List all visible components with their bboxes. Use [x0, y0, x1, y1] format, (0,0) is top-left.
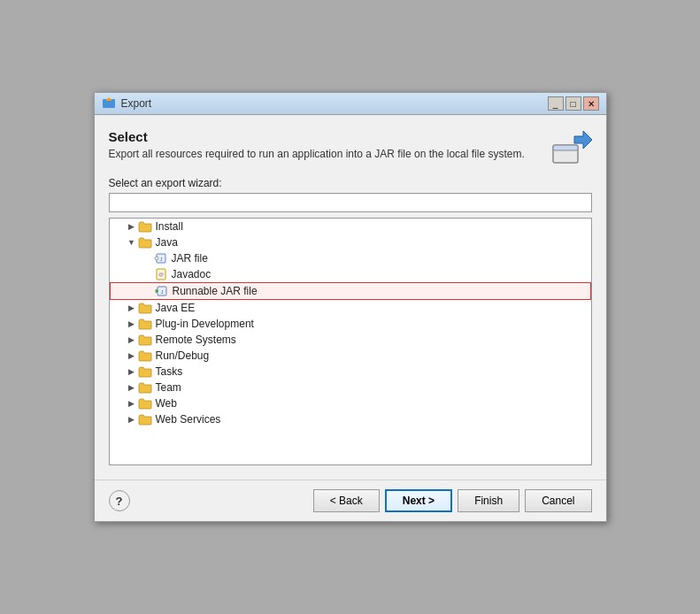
folder-icon-remote-systems — [138, 334, 152, 346]
tree-item-team[interactable]: ▶ Team — [110, 380, 591, 395]
label-tasks: Tasks — [156, 365, 183, 378]
maximize-button[interactable]: □ — [565, 96, 581, 111]
arrow-java: ▼ — [126, 236, 138, 249]
label-run-debug: Run/Debug — [156, 349, 210, 362]
tree-item-jar-file[interactable]: J JAR file — [110, 250, 591, 266]
label-web-services: Web Services — [156, 413, 221, 426]
tree-item-plugin-dev[interactable]: ▶ Plug-in Development — [110, 316, 591, 332]
arrow-run-debug: ▶ — [126, 349, 138, 362]
finish-button[interactable]: Finish — [458, 489, 519, 512]
svg-text:@: @ — [158, 272, 163, 277]
label-web: Web — [156, 397, 177, 410]
tree-item-run-debug[interactable]: ▶ Run/Debug — [110, 348, 591, 364]
tree-item-tasks[interactable]: ▶ Tasks — [110, 364, 591, 380]
label-remote-systems: Remote Systems — [156, 334, 236, 346]
svg-text:J: J — [159, 257, 162, 262]
runnable-jar-icon: J — [155, 285, 169, 297]
arrow-javadoc — [142, 268, 154, 280]
dialog-icon — [102, 96, 116, 111]
arrow-tasks: ▶ — [126, 365, 138, 378]
jar-file-icon: J — [154, 252, 168, 265]
folder-icon-java-ee — [138, 302, 152, 314]
export-jar-icon — [550, 129, 592, 165]
titlebar-title: Export — [121, 97, 152, 110]
footer-buttons: < Back Next > Finish Cancel — [313, 489, 592, 512]
arrow-jar-file — [142, 252, 154, 265]
close-button[interactable]: ✕ — [583, 96, 599, 111]
arrow-java-ee: ▶ — [126, 302, 138, 314]
tree-item-remote-systems[interactable]: ▶ Remote Systems — [110, 332, 591, 348]
label-java: Java — [156, 236, 178, 249]
cancel-button[interactable]: Cancel — [525, 489, 591, 512]
dialog-footer: ? < Back Next > Finish Cancel — [95, 480, 606, 521]
arrow-remote-systems: ▶ — [126, 334, 138, 346]
label-runnable-jar: Runnable JAR file — [173, 285, 258, 297]
svg-rect-3 — [553, 145, 578, 150]
arrow-install: ▶ — [126, 220, 138, 233]
arrow-web: ▶ — [126, 397, 138, 410]
titlebar-controls: _ □ ✕ — [548, 96, 599, 111]
tree-item-java[interactable]: ▼ Java — [110, 234, 591, 250]
tree-item-java-ee[interactable]: ▶ Java EE — [110, 300, 591, 316]
tree-item-javadoc[interactable]: @ Javadoc — [110, 266, 591, 282]
svg-text:J: J — [160, 289, 163, 295]
header-row: Select Export all resources required to … — [109, 129, 592, 165]
folder-icon-plugin-dev — [138, 318, 152, 330]
export-dialog: Export _ □ ✕ Select Export all resources… — [94, 92, 607, 522]
header-text: Select Export all resources required to … — [109, 129, 525, 160]
label-jar-file: JAR file — [172, 252, 208, 265]
folder-icon-run-debug — [138, 349, 152, 362]
tree-item-runnable-jar[interactable]: J Runnable JAR file — [110, 282, 591, 300]
folder-icon-java — [138, 236, 152, 249]
label-team: Team — [156, 381, 181, 394]
dialog-content: Select Export all resources required to … — [95, 115, 606, 480]
tree-item-web-services[interactable]: ▶ Web Services — [110, 411, 591, 427]
label-javadoc: Javadoc — [172, 268, 212, 280]
label-java-ee: Java EE — [156, 302, 196, 314]
page-description: Export all resources required to run an … — [109, 148, 525, 160]
folder-icon-install — [138, 220, 152, 233]
titlebar: Export _ □ ✕ — [95, 93, 606, 115]
arrow-plugin-dev: ▶ — [126, 318, 138, 330]
footer-left: ? — [109, 490, 130, 511]
tree-item-web[interactable]: ▶ Web — [110, 395, 591, 411]
folder-icon-web-services — [138, 413, 152, 426]
help-button[interactable]: ? — [109, 490, 130, 511]
arrow-team: ▶ — [126, 381, 138, 394]
titlebar-left: Export — [102, 96, 152, 111]
back-button[interactable]: < Back — [313, 489, 380, 512]
next-button[interactable]: Next > — [385, 489, 452, 512]
tree-container[interactable]: ▶ Install ▼ Java J — [109, 218, 592, 465]
arrow-runnable-jar — [142, 285, 155, 297]
label-install: Install — [156, 220, 183, 233]
arrow-web-services: ▶ — [126, 413, 138, 426]
tree-item-install[interactable]: ▶ Install — [110, 219, 591, 234]
search-input[interactable] — [109, 193, 592, 212]
folder-icon-team — [138, 381, 152, 394]
page-title: Select — [109, 129, 525, 144]
label-plugin-dev: Plug-in Development — [156, 318, 254, 330]
folder-icon-tasks — [138, 365, 152, 378]
javadoc-icon: @ — [154, 268, 168, 280]
search-label: Select an export wizard: — [109, 177, 592, 189]
svg-point-6 — [155, 257, 158, 260]
folder-icon-web — [138, 397, 152, 410]
minimize-button[interactable]: _ — [548, 96, 564, 111]
